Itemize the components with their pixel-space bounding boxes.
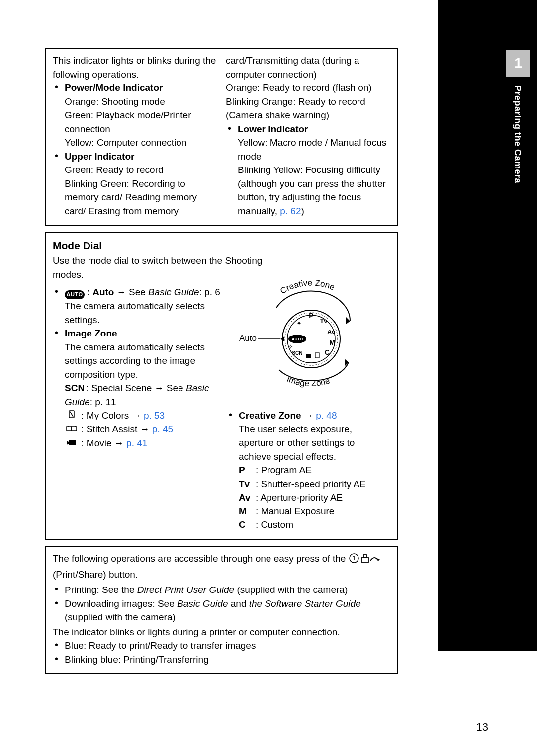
stitch-icon: [65, 422, 79, 436]
av-symbol: Av: [239, 491, 253, 504]
creative-zone-title: Creative Zone: [239, 410, 301, 420]
mode-dial-diagram: Creative Zone Image Zone: [227, 275, 366, 395]
m-symbol: M: [239, 504, 253, 518]
svg-rect-22: [306, 354, 311, 358]
ps-printing-i: Direct Print User Guide: [137, 585, 234, 595]
c-desc: : Custom: [256, 518, 390, 532]
stitch-link[interactable]: p. 45: [152, 424, 173, 434]
ps-intro-b: (Print/Share) button.: [53, 569, 138, 580]
svg-marker-4: [67, 441, 69, 445]
ps-blue: Blue: Ready to print/Ready to transfer i…: [55, 639, 390, 653]
svg-rect-27: [361, 558, 368, 562]
svg-text:M: M: [329, 338, 335, 346]
svg-rect-2: [72, 427, 77, 431]
creative-zone-label: Creative Zone: [278, 278, 336, 296]
movie-icon: [65, 436, 79, 450]
image-zone-title: Image Zone: [65, 328, 117, 338]
svg-text:SCN: SCN: [292, 350, 302, 356]
lower-page-link[interactable]: p. 62: [280, 206, 301, 216]
av-desc: : Aperture-priority AE: [256, 491, 390, 504]
movie-link[interactable]: p. 41: [126, 438, 147, 448]
mycolors-text: : My Colors: [81, 410, 131, 420]
page-number: 13: [476, 719, 488, 735]
lower-indicator-title: Lower Indicator: [238, 124, 308, 134]
arrow-icon: →: [117, 287, 129, 297]
ps-intro-a: The following operations are accessible …: [53, 553, 349, 564]
upper-l2-cont: card/Transmitting data (during a compute…: [226, 54, 390, 81]
lower-l2b: ): [301, 206, 304, 216]
lower-l2a: Blinking Yellow: Focusing difficulty (al…: [238, 165, 386, 216]
upper-l2-part1: Blinking Green: Recording to memory card…: [65, 178, 197, 216]
creative-zone-item: Creative Zone → p. 48 The user selects e…: [229, 409, 390, 532]
indicator-intro: This indicator lights or blinks during t…: [53, 54, 217, 81]
svg-text:Av: Av: [327, 328, 336, 336]
auto-page: : p. 6: [199, 287, 220, 297]
auto-oval-dial: AUTO: [292, 337, 303, 341]
svg-text:Tv: Tv: [320, 317, 328, 325]
image-zone-item: Image Zone The camera automatically sele…: [55, 327, 222, 450]
c-symbol: C: [239, 518, 253, 532]
ps-dl-mid: and: [228, 598, 249, 609]
svg-text:Image Zone: Image Zone: [285, 374, 331, 388]
svg-rect-1: [67, 427, 72, 431]
auto-item: AUTO : Auto → See Basic Guide: p. 6 The …: [55, 285, 222, 327]
creative-zone-desc: The user selects exposure, aperture or o…: [239, 424, 355, 462]
scn-see: See: [164, 383, 186, 393]
arrow-icon: →: [132, 410, 144, 420]
ps-download: Downloading images: See Basic Guide and …: [55, 597, 390, 624]
p-desc: : Program AE: [256, 463, 390, 477]
svg-rect-28: [363, 555, 366, 558]
auto-see: See: [129, 287, 148, 297]
ps-dl-a: Downloading images: See: [65, 598, 177, 609]
svg-text:P: P: [309, 312, 313, 320]
arrow-icon: →: [114, 438, 126, 448]
ps-dl-i2: the Software Starter Guide: [249, 598, 361, 609]
scn-text: : Special Scene: [84, 383, 155, 393]
auto-oval-icon: AUTO: [65, 290, 85, 299]
p-symbol: P: [239, 463, 253, 477]
scn-page: : p. 11: [90, 397, 116, 407]
tv-symbol: Tv: [239, 477, 253, 491]
movie-text: : Movie: [81, 438, 114, 448]
chapter-label: Preparing the Camera: [511, 85, 524, 183]
svg-text:✦: ✦: [297, 320, 301, 326]
mode-dial-box: Mode Dial Use the mode dial to switch be…: [45, 232, 398, 540]
auto-desc: The camera automatically selects setting…: [65, 301, 205, 325]
upper-l1: Green: Ready to record: [65, 165, 164, 175]
svg-text:C: C: [325, 348, 330, 356]
scn-symbol: SCN: [65, 381, 84, 395]
ps-dl-b: (supplied with the camera): [65, 612, 176, 622]
svg-text:1: 1: [352, 555, 356, 562]
power-l2: Green: Playback mode/Printer connection: [65, 110, 191, 134]
arrow-icon: →: [140, 424, 152, 434]
ps-printing: Printing: See the Direct Print User Guid…: [55, 583, 390, 597]
m-desc: : Manual Exposure: [256, 504, 390, 518]
power-l1: Orange: Shooting mode: [65, 96, 165, 107]
svg-rect-3: [69, 440, 76, 445]
image-zone-desc: The camera automatically selects setting…: [65, 342, 205, 380]
power-l3: Yellow: Computer connection: [65, 137, 186, 148]
stitch-text: : Stitch Assist: [81, 424, 140, 434]
auto-dial-label: Auto: [239, 334, 257, 343]
ps-ind-intro: The indicator blinks or lights during a …: [53, 625, 390, 639]
auto-basic: Basic Guide: [148, 287, 199, 297]
arrow-icon: →: [155, 383, 164, 393]
print-share-icon: 1: [349, 553, 383, 568]
chapter-number: 1: [506, 50, 530, 77]
upper-l3: Orange: Ready to record (flash on): [226, 81, 390, 95]
print-share-box: The following operations are accessible …: [45, 546, 398, 674]
ps-blink: Blinking blue: Printing/Transferring: [55, 653, 390, 667]
mode-dial-heading: Mode Dial: [53, 238, 390, 253]
ps-printing-a: Printing: See the: [65, 585, 137, 595]
upper-indicator-title: Upper Indicator: [65, 151, 134, 162]
upper-indicator-item: Upper Indicator Green: Ready to record B…: [55, 150, 217, 218]
creative-zone-link[interactable]: p. 48: [316, 410, 337, 420]
ps-printing-b: (supplied with the camera): [234, 585, 348, 595]
svg-text:Creative Zone: Creative Zone: [278, 278, 336, 296]
ps-dl-i1: Basic Guide: [177, 598, 228, 609]
tv-desc: : Shutter-speed priority AE: [256, 477, 390, 491]
auto-label: : Auto: [87, 287, 114, 297]
mycolors-link[interactable]: p. 53: [144, 410, 165, 420]
arrow-icon: →: [304, 410, 316, 420]
power-indicator-item: Power/Mode Indicator Orange: Shooting mo…: [55, 81, 217, 150]
